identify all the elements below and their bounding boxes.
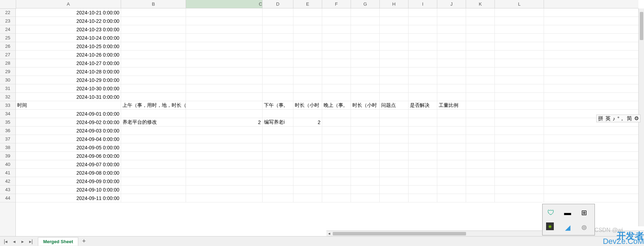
cell[interactable] (380, 135, 409, 143)
cell[interactable] (263, 51, 293, 59)
cell[interactable]: 问题点 (380, 101, 409, 109)
cell[interactable]: 上午（事，用时，地，时长（小时） (121, 101, 186, 109)
row-header[interactable]: 26 (0, 42, 15, 51)
ime-toolbar[interactable]: 拼 英 ♪ °， 简 ⚙ (596, 115, 641, 122)
cell[interactable] (437, 160, 466, 168)
cell[interactable] (495, 118, 544, 126)
cell[interactable] (380, 152, 409, 160)
cell[interactable] (186, 25, 263, 33)
cell[interactable] (409, 42, 437, 50)
cell[interactable] (351, 177, 380, 185)
cell[interactable] (466, 127, 495, 135)
cell[interactable] (380, 186, 409, 194)
cell[interactable] (380, 93, 409, 101)
grid-icon[interactable]: ⊞ (579, 208, 589, 218)
cell[interactable] (409, 51, 437, 59)
cell[interactable] (409, 17, 437, 25)
cell[interactable] (466, 135, 495, 143)
cell[interactable]: 时长（小时 (351, 101, 380, 109)
cell[interactable] (121, 160, 186, 168)
cell[interactable] (263, 76, 293, 84)
cell[interactable] (495, 177, 544, 185)
cell[interactable] (466, 42, 495, 50)
cell[interactable] (322, 127, 351, 135)
first-sheet-button[interactable]: |◂ (1, 238, 10, 245)
cell[interactable] (409, 177, 437, 185)
cell[interactable] (322, 59, 351, 67)
cell[interactable] (380, 67, 409, 76)
cell[interactable]: 时间 (16, 101, 121, 109)
cell[interactable] (186, 84, 263, 92)
cell[interactable] (121, 84, 186, 92)
vertical-scrollbar-thumb[interactable] (640, 12, 643, 40)
cell[interactable] (322, 186, 351, 194)
cell[interactable] (351, 127, 380, 135)
cell[interactable] (121, 67, 186, 76)
cell[interactable] (121, 194, 186, 202)
cell[interactable]: 2024-10-31 0:00:00 (16, 93, 121, 101)
cell[interactable] (121, 177, 186, 185)
cell[interactable] (351, 160, 380, 168)
cell[interactable] (409, 8, 437, 17)
cell[interactable] (322, 8, 351, 17)
cell[interactable] (186, 67, 263, 76)
cell[interactable]: 2024-10-29 0:00:00 (16, 76, 121, 84)
cell[interactable] (351, 67, 380, 76)
cell[interactable] (293, 169, 322, 177)
row-header[interactable]: 30 (0, 76, 15, 84)
cell[interactable] (409, 118, 437, 126)
cell[interactable] (409, 110, 437, 118)
cell[interactable] (437, 118, 466, 126)
cell[interactable] (322, 76, 351, 84)
cell[interactable] (351, 42, 380, 50)
cell[interactable] (263, 93, 293, 101)
cell[interactable] (466, 110, 495, 118)
cell[interactable] (437, 127, 466, 135)
cell[interactable]: 2024-10-27 0:00:00 (16, 59, 121, 67)
column-header-G[interactable]: G (351, 0, 380, 8)
column-header-E[interactable]: E (293, 0, 322, 8)
row-header[interactable]: 35 (0, 118, 15, 127)
cell[interactable] (263, 127, 293, 135)
cell[interactable] (121, 127, 186, 135)
cell[interactable] (466, 186, 495, 194)
column-header-K[interactable]: K (466, 0, 495, 8)
cell[interactable]: 2024-09-06 0:00:00 (16, 152, 121, 160)
cell[interactable] (186, 8, 263, 17)
cell[interactable] (466, 8, 495, 17)
cell[interactable] (293, 17, 322, 25)
cell[interactable] (409, 76, 437, 84)
cell[interactable] (380, 177, 409, 185)
cell[interactable]: 时长（小时 (293, 101, 322, 109)
cell[interactable] (351, 34, 380, 42)
cell[interactable]: 2024-10-22 0:00:00 (16, 17, 121, 25)
cell[interactable] (263, 42, 293, 50)
cell[interactable] (466, 59, 495, 67)
horizontal-scrollbar-thumb[interactable] (333, 232, 466, 235)
cell[interactable] (380, 143, 409, 151)
cell[interactable] (380, 25, 409, 33)
sheet-tab-active[interactable]: Merged Sheet (38, 237, 78, 246)
cell[interactable] (121, 25, 186, 33)
cell[interactable] (263, 110, 293, 118)
cell[interactable] (437, 51, 466, 59)
cell[interactable] (293, 51, 322, 59)
cell[interactable]: 2024-10-26 0:00:00 (16, 51, 121, 59)
cell[interactable] (380, 34, 409, 42)
wifi-icon[interactable]: ⊚ (579, 222, 589, 232)
cell[interactable] (121, 186, 186, 194)
cell[interactable] (121, 93, 186, 101)
column-header-J[interactable]: J (437, 0, 466, 8)
cell[interactable] (263, 177, 293, 185)
cell[interactable] (495, 160, 544, 168)
cell[interactable] (121, 110, 186, 118)
cell[interactable] (409, 135, 437, 143)
cell[interactable] (293, 42, 322, 50)
column-header-D[interactable]: D (263, 0, 293, 8)
cell[interactable]: 2024-10-21 0:00:00 (16, 8, 121, 17)
cell[interactable] (293, 67, 322, 76)
cell[interactable] (466, 177, 495, 185)
row-header[interactable]: 37 (0, 135, 15, 143)
cell[interactable] (409, 34, 437, 42)
row-header[interactable]: 25 (0, 34, 15, 42)
